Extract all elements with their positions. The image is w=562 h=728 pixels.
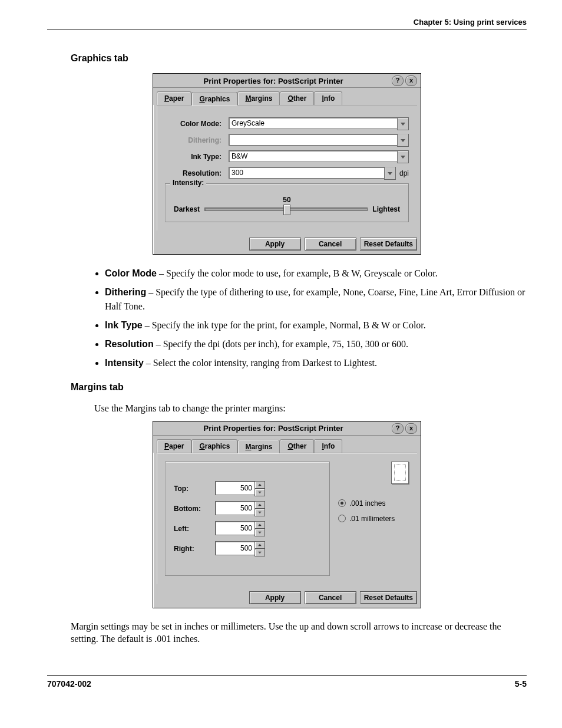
reset-defaults-button[interactable]: Reset Defaults [360,591,417,604]
spin-down-icon[interactable] [254,509,265,516]
tab-info[interactable]: Info [314,439,342,453]
resolution-unit: dpi [399,169,409,177]
dialog-titlebar: Print Properties for: PostScript Printer… [153,421,421,436]
dithering-input[interactable] [229,134,398,146]
spin-down-icon[interactable] [254,549,265,556]
list-item: Color Mode – Specify the color mode to u… [105,266,527,281]
margin-right-input[interactable] [215,541,255,555]
tab-other[interactable]: Other [280,91,314,105]
spin-down-icon[interactable] [254,489,265,496]
resolution-label: Resolution: [165,169,229,177]
dialog-title: Print Properties for: PostScript Printer [157,424,390,433]
color-mode-input[interactable] [229,117,398,129]
margins-panel: Top: Bottom: [157,453,417,584]
intensity-group: Intensity: 50 Darkest Lightest [165,183,409,222]
tab-graphics[interactable]: Graphics [191,92,237,106]
apply-button[interactable]: Apply [249,591,301,604]
units-mm-radio[interactable]: .01 millimeters [338,515,409,523]
dithering-label: Dithering: [165,136,229,144]
dropdown-icon[interactable] [397,134,409,147]
margin-left-label: Left: [174,525,215,533]
margin-top-input[interactable] [215,481,255,495]
slider-darkest-label: Darkest [174,205,200,213]
units-inches-radio[interactable]: .001 inches [338,499,409,508]
section-heading-margins: Margins tab [71,382,527,393]
slider-thumb-icon[interactable] [283,205,290,215]
chapter-header: Chapter 5: Using print services [47,18,527,29]
intensity-slider[interactable] [204,207,368,211]
intensity-value: 50 [174,196,400,204]
resolution-input[interactable] [229,167,385,179]
color-mode-label: Color Mode: [165,120,229,128]
margin-bottom-label: Bottom: [174,505,215,513]
spin-up-icon[interactable] [254,481,265,489]
radio-icon [338,515,346,522]
margin-top-label: Top: [174,485,215,493]
tab-graphics[interactable]: Graphics [191,439,237,453]
footer-right: 5-5 [515,679,527,689]
spin-up-icon[interactable] [254,501,265,509]
spin-up-icon[interactable] [254,521,265,529]
margins-group: Top: Bottom: [165,462,330,576]
margin-right-label: Right: [174,545,215,553]
radio-icon [338,499,346,507]
slider-lightest-label: Lightest [372,205,400,213]
list-item: Ink Type – Specify the ink type for the … [105,318,527,332]
margins-note: Margin settings may be set in inches or … [71,620,527,645]
intensity-label: Intensity: [170,179,206,187]
list-item: Intensity – Select the color intensity, … [105,356,527,370]
close-icon[interactable]: x [405,423,417,434]
graphics-bullet-list: Color Mode – Specify the color mode to u… [94,266,527,370]
apply-button[interactable]: Apply [249,238,301,251]
reset-defaults-button[interactable]: Reset Defaults [360,238,417,251]
margins-intro: Use the Margins tab to change the printe… [94,402,527,415]
cancel-button[interactable]: Cancel [305,591,356,604]
dropdown-icon[interactable] [384,167,396,180]
tab-paper[interactable]: Paper [157,91,191,105]
dropdown-icon[interactable] [397,117,409,130]
margin-bottom-input[interactable] [215,501,255,515]
ink-type-input[interactable] [229,150,398,162]
units-inches-label: .001 inches [349,499,385,508]
cancel-button[interactable]: Cancel [305,238,356,251]
spin-down-icon[interactable] [254,529,265,536]
list-item: Dithering – Specify the type of ditherin… [105,285,527,314]
dropdown-icon[interactable] [397,150,409,163]
dialog-title: Print Properties for: PostScript Printer [157,77,390,85]
print-properties-dialog-graphics: Print Properties for: PostScript Printer… [153,73,421,255]
tab-margins[interactable]: Margins [237,91,280,105]
tab-info[interactable]: Info [314,91,342,105]
help-icon[interactable]: ? [392,75,404,86]
units-mm-label: .01 millimeters [349,515,395,523]
page-preview-icon [391,462,409,484]
help-icon[interactable]: ? [392,423,404,434]
tab-paper[interactable]: Paper [157,439,191,453]
margin-left-input[interactable] [215,521,255,535]
close-icon[interactable]: x [405,75,417,86]
ink-type-label: Ink Type: [165,153,229,161]
section-heading-graphics: Graphics tab [71,53,527,64]
dialog-tabs: Paper Graphics Margins Other Info [153,88,421,105]
tab-other[interactable]: Other [280,439,314,453]
footer-left: 707042-002 [47,679,91,689]
list-item: Resolution – Specify the dpi (dots per i… [105,337,527,351]
print-properties-dialog-margins: Print Properties for: PostScript Printer… [153,421,421,608]
tab-margins[interactable]: Margins [237,440,280,453]
dialog-titlebar: Print Properties for: PostScript Printer… [153,74,421,88]
graphics-panel: Color Mode: Dithering: Ink Type: Resolut… [157,105,417,230]
spin-up-icon[interactable] [254,541,265,549]
